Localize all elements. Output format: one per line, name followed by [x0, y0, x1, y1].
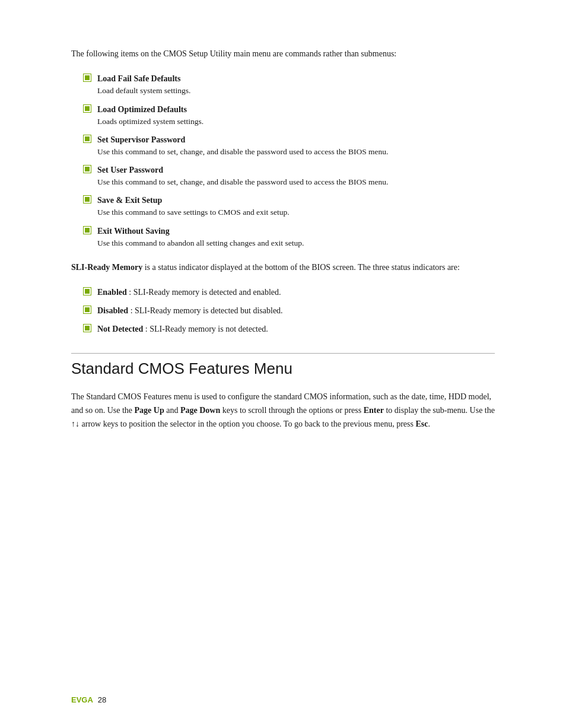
bullet-title: Set User Password	[97, 166, 163, 174]
sli-desc-text: SLI-Ready memory is not detected.	[150, 325, 268, 333]
sli-description: :	[131, 306, 135, 315]
sli-list: Enabled : SLI-Ready memory is detected a…	[71, 286, 495, 335]
checkbox-icon	[83, 165, 91, 173]
checkbox-icon	[83, 195, 91, 204]
commands-list: Load Fail Safe Defaults Load default sys…	[71, 72, 495, 249]
bullet-title: Set Supervisor Password	[97, 135, 185, 144]
bullet-description: Use this command to set, change, and dis…	[97, 146, 388, 158]
list-item: Set Supervisor Password Use this command…	[83, 133, 495, 158]
key-pageup: Page Up	[135, 406, 164, 415]
section-divider	[71, 353, 495, 354]
bullet-content: Disabled : SLI-Ready memory is detected …	[97, 304, 283, 317]
sli-desc-text: SLI-Ready memory is detected and enabled…	[133, 288, 281, 297]
bullet-description: Load default system settings.	[97, 85, 190, 97]
list-item: Enabled : SLI-Ready memory is detected a…	[83, 286, 495, 298]
bullet-content: Set Supervisor Password Use this command…	[97, 133, 388, 158]
sli-term: Not Detected	[97, 325, 143, 333]
checkbox-icon	[83, 135, 91, 143]
sli-intro: SLI-Ready Memory is a status indicator d…	[71, 261, 495, 274]
footer-page: 28	[98, 695, 106, 704]
sli-intro-text: is a status indicator displayed at the b…	[145, 263, 460, 272]
checkbox-icon	[83, 226, 91, 234]
list-item: Save & Exit Setup Use this command to sa…	[83, 194, 495, 218]
checkbox-icon	[83, 324, 91, 332]
bullet-content: Exit Without Saving Use this command to …	[97, 225, 304, 249]
list-item: Exit Without Saving Use this command to …	[83, 225, 495, 249]
checkbox-icon	[83, 287, 91, 295]
sli-desc-text: SLI-Ready memory is detected but disable…	[135, 306, 283, 315]
bullet-content: Enabled : SLI-Ready memory is detected a…	[97, 286, 281, 298]
sli-term: Enabled	[97, 288, 127, 297]
bullet-description: Use this command to save settings to CMO…	[97, 206, 290, 218]
bullet-content: Not Detected : SLI-Ready memory is not d…	[97, 323, 268, 335]
bullet-description: Use this command to abandon all setting …	[97, 237, 304, 249]
key-pagedown: Page Down	[180, 406, 220, 415]
sli-term: Disabled	[97, 306, 128, 315]
bullet-title: Save & Exit Setup	[97, 196, 162, 205]
page-content: The following items on the CMOS Setup Ut…	[0, 0, 566, 479]
bullet-description: Loads optimized system settings.	[97, 116, 203, 128]
bullet-title: Load Optimized Defaults	[97, 105, 187, 114]
bullet-content: Load Fail Safe Defaults Load default sys…	[97, 72, 190, 97]
footer: EVGA 28	[0, 695, 566, 704]
key-esc: Esc	[415, 419, 428, 428]
bullet-content: Save & Exit Setup Use this command to sa…	[97, 194, 290, 218]
list-item: Set User Password Use this command to se…	[83, 164, 495, 188]
intro-paragraph: The following items on the CMOS Setup Ut…	[71, 47, 495, 61]
list-item: Load Optimized Defaults Loads optimized …	[83, 103, 495, 128]
checkbox-icon	[83, 306, 91, 314]
bullet-content: Load Optimized Defaults Loads optimized …	[97, 103, 203, 128]
bullet-description: Use this command to set, change, and dis…	[97, 176, 388, 188]
sli-term: SLI-Ready Memory	[71, 263, 142, 272]
section-description: The Standard CMOS Features menu is used …	[71, 390, 495, 431]
bullet-title: Load Fail Safe Defaults	[97, 74, 180, 83]
bullet-title: Exit Without Saving	[97, 227, 170, 236]
list-item: Not Detected : SLI-Ready memory is not d…	[83, 323, 495, 335]
footer-brand: EVGA	[71, 695, 93, 704]
checkbox-icon	[83, 74, 91, 82]
list-item: Load Fail Safe Defaults Load default sys…	[83, 72, 495, 97]
sli-description: :	[129, 288, 133, 297]
key-enter: Enter	[364, 406, 384, 415]
bullet-content: Set User Password Use this command to se…	[97, 164, 388, 188]
checkbox-icon	[83, 104, 91, 113]
list-item: Disabled : SLI-Ready memory is detected …	[83, 304, 495, 317]
section-heading: Standard CMOS Features Menu	[71, 360, 495, 378]
